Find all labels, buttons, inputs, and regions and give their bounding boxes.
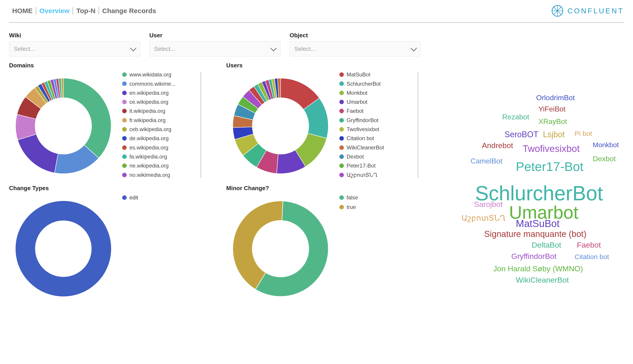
legend-label: fa.wikipedia.org [129, 154, 167, 160]
legend-item[interactable]: en.wikipedia.org [122, 90, 196, 96]
legend-item[interactable]: fa.wikipedia.org [122, 154, 196, 160]
wordcloud-word[interactable]: XRayBot [538, 117, 567, 126]
legend-item[interactable]: Twofivesixbot [339, 126, 413, 132]
donut-slice[interactable] [233, 201, 283, 290]
legend-item[interactable]: ԱշբոտՏՆՂ [339, 172, 413, 178]
legend-label: it.wikipedia.org [129, 108, 165, 114]
wordcloud-word[interactable]: YiFeiBot [538, 105, 565, 113]
donut-minor-change[interactable] [226, 194, 335, 303]
panel-users: Users MatSuBotSchlurcherBotMonkbotUmarbo… [226, 62, 443, 180]
header-divider [9, 22, 624, 23]
nav-overview[interactable]: Overview [36, 7, 73, 15]
wordcloud-word[interactable]: Signature manquante (bot) [484, 229, 586, 239]
donut-domains[interactable] [9, 72, 118, 180]
panel-domains-title: Domains [9, 62, 226, 69]
legend-item[interactable]: fr.wikipedia.org [122, 117, 196, 123]
legend-label: ce.wikipedia.org [129, 99, 168, 105]
nav-change-records[interactable]: Change Records [99, 7, 159, 15]
legend-item[interactable]: false [339, 194, 414, 201]
legend-item[interactable]: true [339, 204, 414, 210]
filter-wiki-select[interactable]: Select... [9, 41, 140, 56]
wordcloud-word[interactable]: Pi bot [575, 130, 592, 138]
legend-swatch [339, 136, 344, 141]
legend-item[interactable]: ne.wikipedia.org [122, 163, 196, 169]
legend-label: GryffindorBot [347, 117, 378, 123]
legend-swatch [339, 205, 344, 209]
legend-label: Citation bot [347, 136, 374, 141]
filter-user-select[interactable]: Select... [149, 41, 281, 56]
wordcloud-word[interactable]: ԱշբոտՏՆՂ [461, 214, 506, 222]
wordcloud-word[interactable]: CamelBot [471, 157, 502, 165]
nav-top-n[interactable]: Top-N [73, 7, 99, 15]
legend-item[interactable]: Faebot [339, 108, 413, 114]
legend-item[interactable]: Peter17-Bot [339, 163, 413, 169]
wordcloud-word[interactable]: Twofivesixbot [523, 143, 580, 154]
legend-item[interactable]: Citation bot [339, 136, 413, 141]
nav-home[interactable]: HOME [9, 7, 36, 15]
donut-change-types[interactable] [9, 194, 118, 303]
confluent-logo-icon [551, 4, 564, 17]
legend-swatch [339, 164, 344, 168]
wordcloud-word[interactable]: Rezabot [502, 113, 529, 121]
donut-slice[interactable] [63, 78, 111, 158]
wordcloud-word[interactable]: Monkbot [593, 141, 619, 149]
legend-item[interactable]: Dexbot [339, 154, 413, 160]
wordcloud-word[interactable]: Peter17-Bot [516, 159, 583, 174]
legend-label: fr.wikipedia.org [129, 117, 166, 123]
legend-users[interactable]: MatSuBotSchlurcherBotMonkbotUmarbotFaebo… [339, 72, 418, 178]
wordcloud[interactable]: OrlodrimBotYiFeiBotRezabotXRayBotSeroBOT… [448, 62, 624, 303]
chevron-down-icon [411, 45, 417, 51]
legend-item[interactable]: www.wikidata.org [122, 72, 196, 78]
legend-item[interactable]: GryffindorBot [339, 117, 413, 123]
legend-change-types[interactable]: edit [122, 194, 138, 201]
wordcloud-word[interactable]: Lsjbot [543, 130, 565, 139]
wordcloud-word[interactable]: Citation bot [575, 253, 609, 261]
legend-label: es.wikipedia.org [129, 145, 168, 150]
wordcloud-word[interactable]: Faebot [577, 240, 601, 249]
legend-item[interactable]: no.wikimedia.org [122, 172, 196, 178]
donut-users[interactable] [226, 72, 335, 180]
legend-label: Dexbot [347, 154, 364, 160]
legend-swatch [122, 136, 127, 141]
wordcloud-word[interactable]: Jon Harald Søby (WMNO) [493, 264, 583, 273]
wordcloud-word[interactable]: DeltaBot [532, 240, 561, 249]
legend-item[interactable]: SchlurcherBot [339, 81, 413, 86]
legend-item[interactable]: ce.wikipedia.org [122, 99, 196, 105]
filter-user-label: User [149, 32, 281, 39]
panel-users-title: Users [226, 62, 443, 69]
legend-item[interactable]: WikiCleanerBot [339, 145, 413, 150]
legend-item[interactable]: edit [122, 194, 138, 201]
legend-label: en.wikipedia.org [129, 90, 169, 96]
legend-item[interactable]: commons.wikime... [122, 81, 196, 86]
legend-swatch [339, 109, 344, 113]
wordcloud-word[interactable]: MatSuBot [516, 218, 559, 229]
wordcloud-word[interactable]: GryffindorBot [511, 252, 556, 261]
legend-label: SchlurcherBot [347, 81, 381, 86]
legend-swatch [339, 118, 344, 122]
legend-item[interactable]: ceb.wikipedia.org [122, 126, 196, 132]
legend-item[interactable]: it.wikipedia.org [122, 108, 196, 114]
legend-item[interactable]: MatSuBot [339, 72, 413, 78]
wordcloud-word[interactable]: OrlodrimBot [536, 94, 575, 102]
legend-domains[interactable]: www.wikidata.orgcommons.wikime...en.wiki… [122, 72, 201, 178]
wordcloud-word[interactable]: SeroBOT [504, 130, 538, 139]
legend-swatch [339, 82, 344, 86]
filter-object-select[interactable]: Select... [290, 41, 421, 56]
legend-item[interactable]: es.wikipedia.org [122, 145, 196, 150]
legend-label: false [347, 194, 358, 201]
legend-item[interactable]: de.wikipedia.org [122, 136, 196, 141]
legend-minor-change[interactable]: falsetrue [339, 194, 418, 210]
legend-item[interactable]: Umarbot [339, 99, 413, 105]
legend-swatch [122, 109, 127, 113]
wordcloud-word[interactable]: WikiCleanerBot [516, 276, 569, 284]
legend-label: MatSuBot [347, 72, 370, 78]
donut-slice[interactable] [18, 134, 58, 173]
legend-swatch [122, 164, 127, 168]
legend-swatch [122, 145, 127, 150]
legend-item[interactable]: Monkbot [339, 90, 413, 96]
legend-label: ԱշբոտՏՆՂ [347, 172, 377, 178]
wordcloud-word[interactable]: Dexbot [593, 155, 615, 163]
legend-swatch [122, 82, 127, 86]
wordcloud-word[interactable]: Sarojbot [474, 200, 503, 209]
wordcloud-word[interactable]: Andrebot [482, 141, 513, 150]
